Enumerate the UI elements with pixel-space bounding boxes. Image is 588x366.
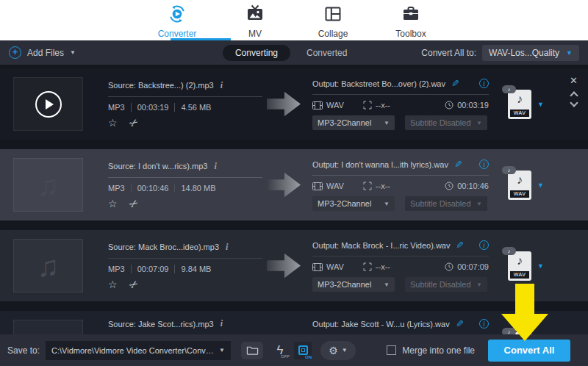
info-circle-icon[interactable]: i [479,79,489,88]
format-chevron-down-icon[interactable]: ▼ [537,101,544,108]
source-filename: Source: Jake Scot...rics).mp3 [108,320,214,329]
output-filename: Output: I don't wanna l...ith lyrics).wa… [312,160,448,169]
audio-badge-icon: ♪ [502,85,516,93]
subtitle-dropdown[interactable]: Subtitle Disabled ▼ [405,196,487,211]
tab-mv[interactable]: MV [229,4,282,40]
clock-icon [445,262,453,271]
file-thumbnail-play[interactable] [13,77,83,131]
info-icon[interactable]: i [214,161,216,172]
source-duration: 00:10:46 [131,184,169,193]
save-path-dropdown[interactable]: C:\Vidmore\Vidmore Video Converter\Conve… [46,341,231,360]
format-chevron-down-icon[interactable]: ▼ [537,182,544,189]
source-format: MP3 [108,184,125,193]
tab-converter-label: Converter [158,29,197,39]
output-filename: Output: Jake Scott - W...u (Lyrics).wav [312,320,450,329]
info-icon[interactable]: i [220,318,223,329]
source-format: MP3 [108,103,125,112]
filetype-label: WAV [510,190,529,198]
cut-scissors-icon[interactable]: ✂ [126,115,140,130]
film-icon [312,182,323,190]
hardware-acceleration-button[interactable]: ON [294,342,312,359]
file-thumbnail-audio[interactable]: ♫ [13,158,83,212]
subtitle-dropdown[interactable]: Subtitle Disabled ▼ [405,115,487,130]
flash-toggle-button[interactable]: ϟ OFF [272,343,288,358]
source-size: 9.84 MB [174,265,211,273]
convert-arrow-icon [267,251,301,281]
source-size: 14.80 MB [174,184,215,193]
source-filename: Source: I don't w...rics).mp3 [108,162,207,171]
info-circle-icon[interactable]: i [479,159,489,169]
audio-badge-icon: ♪ [502,247,516,255]
output-filetype-icon[interactable]: ♪ ♪ WAV [508,171,531,200]
output-filetype-icon[interactable]: ♪ ♪ WAV [508,90,531,119]
tab-toolbox[interactable]: Toolbox [384,4,437,40]
file-thumbnail-audio[interactable]: ♫ [13,320,83,334]
audio-track-dropdown[interactable]: MP3-2Channel ▼ [312,115,395,130]
format-chevron-down-icon[interactable]: ▼ [537,262,544,270]
cut-scissors-icon[interactable]: ✂ [126,196,140,211]
output-format: WAV [326,101,344,110]
chevron-down-icon: ▼ [342,347,348,354]
file-thumbnail-audio[interactable]: ♫ [13,239,83,293]
output-duration: 00:03:19 [457,101,489,110]
add-files-button[interactable]: + Add Files ▼ [9,46,76,59]
audio-track-value: MP3-2Channel [318,118,371,127]
chevron-down-icon: ▼ [219,347,225,354]
edit-pencil-icon[interactable]: ✎ [454,159,462,170]
output-format-dropdown[interactable]: WAV-Los...Quality ▼ [482,45,579,61]
film-icon [312,263,323,271]
file-row-1: Source: Backstree...) (2).mp3 i MP300:03… [0,68,588,140]
edit-star-icon[interactable]: ☆ [108,117,118,129]
edit-pencil-icon[interactable]: ✎ [451,78,459,89]
output-duration: 00:07:09 [457,262,489,271]
settings-button[interactable]: ⚙ ▼ [320,341,356,360]
info-icon[interactable]: i [220,80,223,91]
info-circle-icon[interactable]: i [479,240,489,250]
top-navigation: Converter MV Collage [0,0,588,40]
convert-all-button[interactable]: Convert All [488,340,570,362]
close-icon[interactable]: ✕ [570,76,578,85]
edit-star-icon[interactable]: ☆ [108,279,118,290]
output-format: WAV [326,182,344,190]
chevron-down-icon: ▼ [476,281,482,288]
output-resolution: --x-- [376,182,390,190]
tab-converting[interactable]: Converting [223,45,290,61]
divider [312,175,489,176]
chevron-down-icon: ▼ [384,201,390,207]
file-list: Source: Backstree...) (2).mp3 i MP300:03… [0,65,588,334]
chevron-down-icon: ▼ [566,49,573,57]
info-icon[interactable]: i [226,242,228,253]
resolution-icon [363,262,372,271]
output-filename: Output: Backstreet Bo...over) (2).wav [312,79,445,88]
tab-converted[interactable]: Converted [306,48,347,58]
edit-pencil-icon[interactable]: ✎ [456,240,464,251]
music-note-icon: ♪ [517,93,523,106]
tab-converter[interactable]: Converter [151,4,204,40]
save-to-label: Save to: [7,345,40,356]
chevron-down-icon[interactable] [570,98,578,107]
output-filetype-icon[interactable]: ♪ ♪ WAV [508,251,531,281]
tab-collage[interactable]: Collage [306,4,359,40]
info-circle-icon[interactable]: i [479,319,489,329]
merge-checkbox[interactable] [387,345,396,355]
source-filename: Source: Mack Broc...ideo).mp3 [108,243,219,251]
music-note-icon: ♪ [517,254,523,268]
divider [108,96,262,97]
play-icon[interactable] [35,91,62,118]
file-row-3: ♫ Source: Mack Broc...ideo).mp3 i MP300:… [0,230,588,301]
edit-star-icon[interactable]: ☆ [108,198,118,209]
audio-track-dropdown[interactable]: MP3-2Channel ▼ [312,277,395,292]
cut-scissors-icon[interactable]: ✂ [126,277,140,292]
subtitle-dropdown[interactable]: Subtitle Disabled ▼ [405,277,487,292]
file-row-4: ♫ Source: Jake Scot...rics).mp3 i Output… [0,311,588,334]
audio-track-dropdown[interactable]: MP3-2Channel ▼ [312,196,395,211]
edit-pencil-icon[interactable]: ✎ [456,318,464,329]
chevron-down-icon: ▼ [70,49,76,56]
bottom-bar: Save to: C:\Vidmore\Vidmore Video Conver… [0,334,588,366]
source-filename: Source: Backstree...) (2).mp3 [108,81,214,90]
music-note-icon: ♫ [37,251,60,281]
add-files-label: Add Files [27,48,64,58]
music-note-icon: ♪ [517,173,523,187]
source-duration: 00:03:19 [131,103,169,112]
open-folder-button[interactable] [241,342,263,359]
